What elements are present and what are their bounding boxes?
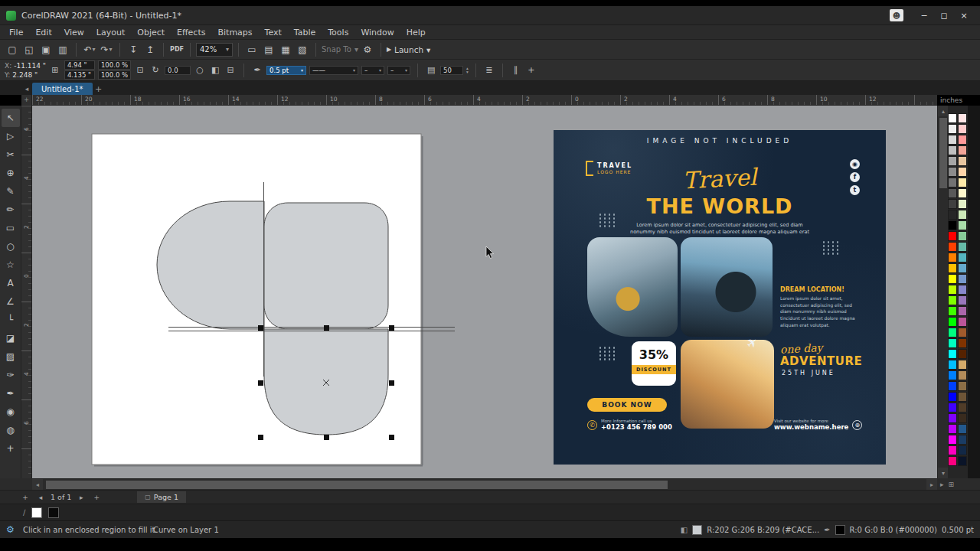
zoom-level-combo[interactable]: 42% ▾ <box>196 43 233 57</box>
mirror-vertical-button[interactable]: ⊟ <box>224 64 237 77</box>
previous-page-button[interactable]: ◂ <box>35 492 46 503</box>
x-position-field[interactable]: -11.114 " <box>14 62 46 70</box>
rotation-angle-field[interactable]: 0.0 <box>165 66 191 75</box>
palette-color[interactable] <box>948 392 957 402</box>
shape-tool[interactable]: ▷ <box>2 127 20 145</box>
horizontal-scrollbar-thumb[interactable] <box>46 481 668 489</box>
menu-tools[interactable]: Tools <box>322 25 354 40</box>
palette-color[interactable] <box>958 445 967 455</box>
show-grid-button[interactable]: ▦ <box>278 42 293 57</box>
palette-color[interactable] <box>958 253 967 262</box>
palette-color[interactable] <box>958 295 967 305</box>
v-ruler[interactable]: 6420246 <box>21 106 32 478</box>
scroll-left-icon[interactable]: ◂ <box>32 479 43 491</box>
palette-color[interactable] <box>958 328 967 337</box>
palette-color[interactable] <box>948 199 957 209</box>
menu-view[interactable]: View <box>58 25 90 40</box>
h-ruler[interactable]: 222018161412108642024681012 <box>32 95 937 106</box>
print-button[interactable]: ▥ <box>55 42 70 57</box>
palette-color[interactable] <box>958 210 967 220</box>
palette-color[interactable] <box>958 285 967 295</box>
palette-color[interactable] <box>948 381 957 391</box>
document-tab-untitled-1[interactable]: Untitled-1* <box>32 83 93 95</box>
menu-file[interactable]: File <box>3 25 29 40</box>
vertical-scrollbar-thumb[interactable] <box>939 118 947 188</box>
menu-help[interactable]: Help <box>400 25 432 40</box>
account-avatar[interactable]: ☻ <box>890 9 903 21</box>
palette-color[interactable] <box>958 456 967 466</box>
palette-color[interactable] <box>948 370 957 380</box>
palette-color[interactable] <box>948 188 957 198</box>
mirror-horizontal-button[interactable]: ◧ <box>209 64 221 77</box>
transparency-tool[interactable]: ▨ <box>2 347 20 366</box>
snap-to-dropdown[interactable]: Snap To ▾ <box>322 45 358 54</box>
palette-color[interactable] <box>958 188 967 198</box>
palette-color[interactable] <box>948 295 957 305</box>
freehand-tool[interactable]: ✎ <box>2 182 20 201</box>
object-properties-button[interactable]: ≣ <box>483 64 495 77</box>
palette-color[interactable] <box>958 199 967 209</box>
import-button[interactable]: ↧ <box>126 42 141 57</box>
corner-radius-spinner[interactable]: ▴ ▾ <box>466 67 469 74</box>
palette-color[interactable] <box>948 424 957 434</box>
parallel-dimension-tool[interactable]: ∠ <box>2 292 20 311</box>
palette-color[interactable] <box>948 338 957 348</box>
ruler-origin-corner[interactable]: + <box>21 95 32 106</box>
palette-color[interactable] <box>958 220 967 230</box>
artistic-media-tool[interactable]: ✏ <box>2 201 20 219</box>
palette-color[interactable] <box>948 210 957 220</box>
palette-color[interactable] <box>958 135 967 145</box>
scroll-up-icon[interactable]: ▴ <box>938 106 949 116</box>
interactive-align-button[interactable]: ∥ <box>510 64 522 77</box>
palette-color[interactable] <box>948 231 957 241</box>
horizontal-scrollbar[interactable]: ◂ ▸ <box>32 478 937 490</box>
redo-button[interactable]: ↷▾ <box>99 42 114 57</box>
palette-color[interactable] <box>948 413 957 423</box>
y-position-field[interactable]: 2.248 " <box>12 71 38 79</box>
options-button[interactable]: ⚙ <box>360 42 375 57</box>
menu-bitmaps[interactable]: Bitmaps <box>211 25 258 40</box>
scroll-right-icon[interactable]: ▸ <box>926 479 937 491</box>
launch-dropdown[interactable]: ▶ Launch ▾ <box>387 45 430 54</box>
palette-color[interactable] <box>958 317 967 327</box>
palette-color[interactable] <box>958 424 967 434</box>
palette-color[interactable] <box>948 242 957 252</box>
palette-color[interactable] <box>958 338 967 348</box>
zoom-tool[interactable]: ⊕ <box>2 164 20 182</box>
menu-effects[interactable]: Effects <box>171 25 211 40</box>
page-tab-1[interactable]: ▢ Page 1 <box>137 491 186 503</box>
palette-color[interactable] <box>958 370 967 380</box>
vertical-scrollbar[interactable]: ▴ ▾ <box>937 106 948 478</box>
curve-shape-bottom[interactable] <box>264 329 388 435</box>
menu-table[interactable]: Table <box>288 25 322 40</box>
curve-shape-top-right[interactable] <box>264 203 388 329</box>
arrow-end-combo[interactable]: – ▾ <box>387 66 410 75</box>
palette-color[interactable] <box>948 167 957 177</box>
rectangle-tool[interactable]: ▭ <box>2 219 20 237</box>
palette-color[interactable] <box>958 360 967 370</box>
fill-tool[interactable]: ◉ <box>2 403 20 421</box>
pick-tool[interactable]: ↖ <box>2 109 20 127</box>
palette-color[interactable] <box>948 349 957 359</box>
new-document-button[interactable]: ▢ <box>5 42 20 57</box>
palette-color[interactable] <box>958 392 967 402</box>
palette-color[interactable] <box>958 381 967 391</box>
palette-color[interactable] <box>948 285 957 295</box>
placed-image-travel-poster[interactable]: IMAGE NOT INCLUDED TRAVEL LOGO HERE ◉ f … <box>554 130 886 465</box>
palette-color[interactable] <box>958 413 967 423</box>
document-palette-eyedropper-icon[interactable]: ∕ <box>23 508 25 517</box>
corner-radius-field[interactable]: 50 <box>440 66 463 75</box>
close-button[interactable]: × <box>954 8 974 22</box>
palette-color[interactable] <box>948 124 957 134</box>
export-button[interactable]: ↥ <box>142 42 158 57</box>
menu-layout[interactable]: Layout <box>90 25 131 40</box>
open-button[interactable]: ◱ <box>21 42 37 57</box>
palette-color[interactable] <box>958 156 967 166</box>
outline-pen-tool[interactable]: ✒ <box>2 384 20 403</box>
polygon-tool[interactable]: ☆ <box>2 256 20 274</box>
menu-window[interactable]: Window <box>354 25 400 40</box>
tab-scroll-left-button[interactable]: ◂ <box>21 83 32 95</box>
palette-color[interactable] <box>958 306 967 316</box>
palette-color[interactable] <box>958 145 967 155</box>
scroll-down-icon[interactable]: ▾ <box>938 468 949 478</box>
